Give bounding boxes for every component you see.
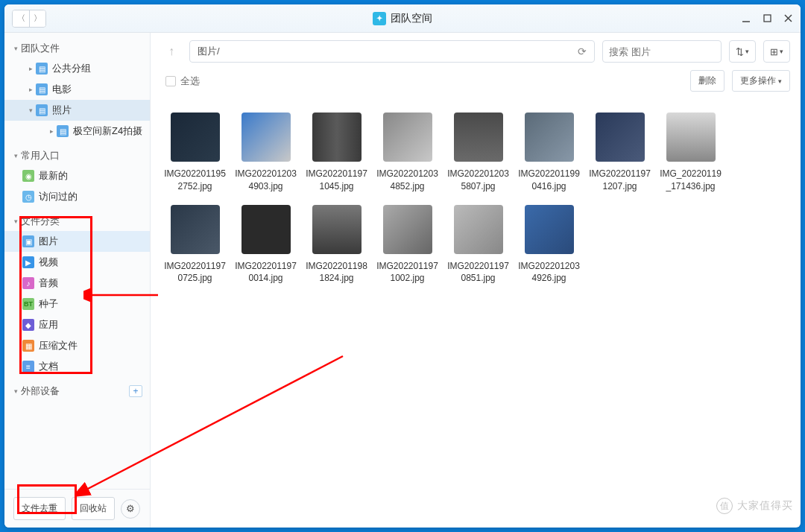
- tree-header-frequent[interactable]: ▾ 常用入口: [4, 146, 150, 165]
- file-name: IMG_20220119_171436.jpg: [660, 168, 722, 193]
- tree-item-newest[interactable]: ◉ 最新的: [4, 165, 150, 186]
- tree-header-label: 文件分类: [21, 215, 60, 228]
- tree-item-label: 最新的: [39, 169, 68, 183]
- file-item[interactable]: IMG2022012034926.jpg: [515, 202, 583, 288]
- dedup-button[interactable]: 文件去重: [13, 497, 66, 520]
- file-item[interactable]: IMG2022011971045.jpg: [303, 110, 370, 196]
- file-name: IMG2022011971002.jpg: [376, 260, 438, 285]
- svg-rect-1: [764, 15, 771, 22]
- file-item[interactable]: IMG2022011990416.jpg: [515, 110, 583, 196]
- tree-header-team-files[interactable]: ▾ 团队文件: [4, 39, 150, 58]
- more-actions-button[interactable]: 更多操作 ▾: [732, 70, 790, 92]
- select-all-checkbox[interactable]: [165, 76, 176, 86]
- tree-item-label: 照片: [52, 104, 72, 117]
- up-button[interactable]: ↑: [161, 41, 182, 62]
- nav-forward-button[interactable]: 〉: [29, 10, 45, 27]
- file-name: IMG2022011970725.jpg: [164, 260, 226, 285]
- file-item[interactable]: IMG2022012034852.jpg: [373, 110, 441, 196]
- caret-right-icon: ▸: [48, 127, 55, 135]
- minimize-button[interactable]: [741, 13, 751, 24]
- file-thumbnail: [312, 113, 362, 162]
- refresh-icon[interactable]: ⟳: [578, 45, 587, 57]
- team-space-icon: ✦: [373, 12, 386, 25]
- file-item[interactable]: IMG2022011971207.jpg: [586, 110, 654, 196]
- tree-item-label: 访问过的: [39, 190, 78, 203]
- tree-item-video[interactable]: ▶ 视频: [4, 252, 150, 273]
- file-thumbnail: [454, 205, 503, 254]
- maximize-button[interactable]: [762, 13, 772, 24]
- sort-button[interactable]: ⇅▾: [729, 40, 756, 63]
- close-button[interactable]: [783, 13, 793, 24]
- nav-back-button[interactable]: 〈: [13, 10, 29, 27]
- tree-item-audio[interactable]: ♪ 音频: [4, 273, 150, 294]
- tree-item-label: 图片: [39, 235, 58, 248]
- tree-item-photos[interactable]: ▾ ▤ 照片: [4, 100, 150, 121]
- file-item[interactable]: IMG_20220119_171436.jpg: [657, 110, 724, 196]
- sidebar-footer: 文件去重 回收站 ⚙: [4, 489, 150, 528]
- caret-down-icon: ▾: [12, 387, 19, 395]
- main-panel: ↑ 图片/ ⟳ 🔍 ⇅▾ ⊞▾ 全选: [151, 33, 801, 528]
- file-name: IMG2022011971207.jpg: [589, 168, 651, 193]
- photo-icon: ◉: [22, 170, 34, 182]
- recycle-button[interactable]: 回收站: [72, 497, 115, 520]
- tree-item-public-group[interactable]: ▸ ▤ 公共分组: [4, 58, 150, 79]
- tree-item-z4-shots[interactable]: ▸ ▤ 极空间新Z4拍摄: [4, 121, 150, 142]
- file-name: IMG2022011981824.jpg: [306, 260, 367, 285]
- file-thumbnail: [171, 113, 220, 162]
- file-item[interactable]: IMG2022011970014.jpg: [232, 202, 300, 288]
- video-icon: ▶: [22, 256, 34, 268]
- delete-button[interactable]: 删除: [690, 70, 724, 92]
- file-item[interactable]: IMG2022011971002.jpg: [373, 202, 441, 288]
- tree-item-apps[interactable]: ◆ 应用: [4, 314, 150, 335]
- tree-item-docs[interactable]: ≡ 文档: [4, 356, 150, 377]
- torrent-icon: BT: [22, 298, 34, 310]
- tree-item-images[interactable]: ▣ 图片: [4, 231, 150, 252]
- file-item[interactable]: IMG2022011970851.jpg: [444, 202, 512, 288]
- titlebar: 〈 〉 ✦ 团队空间: [4, 4, 801, 33]
- path-text: 图片/: [198, 45, 220, 58]
- chevron-down-icon: ▾: [778, 77, 782, 85]
- tree-header-external[interactable]: ▾ 外部设备 +: [4, 381, 150, 401]
- tree-item-visited[interactable]: ◷ 访问过的: [4, 186, 150, 207]
- sidebar: ▾ 团队文件 ▸ ▤ 公共分组 ▸ ▤ 电影 ▾ ▤: [4, 33, 151, 528]
- caret-down-icon: ▾: [12, 218, 19, 225]
- file-thumbnail: [525, 205, 574, 254]
- tree-item-label: 压缩文件: [39, 339, 78, 352]
- file-item[interactable]: IMG2022011952752.jpg: [161, 110, 229, 196]
- file-thumbnail: [312, 205, 362, 254]
- tree-header-categories[interactable]: ▾ 文件分类: [4, 212, 150, 231]
- file-name: IMG2022011970851.jpg: [447, 260, 509, 285]
- file-thumbnail: [171, 205, 220, 254]
- tree-item-label: 种子: [39, 297, 58, 311]
- tree-item-archives[interactable]: ▦ 压缩文件: [4, 335, 150, 356]
- folder-icon: ▤: [36, 104, 48, 116]
- file-item[interactable]: IMG2022011970725.jpg: [161, 202, 229, 288]
- file-name: IMG2022012034852.jpg: [376, 168, 438, 193]
- file-item[interactable]: IMG2022012034903.jpg: [232, 110, 300, 196]
- tree-item-torrent[interactable]: BT 种子: [4, 294, 150, 314]
- file-item[interactable]: IMG2022012035807.jpg: [444, 110, 512, 196]
- file-item[interactable]: IMG2022011981824.jpg: [303, 202, 370, 288]
- tree-header-label: 外部设备: [21, 384, 60, 398]
- toolbar: ↑ 图片/ ⟳ 🔍 ⇅▾ ⊞▾: [151, 33, 801, 70]
- settings-button[interactable]: ⚙: [121, 499, 140, 519]
- tree-item-label: 公共分组: [52, 62, 91, 75]
- document-icon: ≡: [22, 361, 34, 373]
- sort-icon: ⇅: [736, 46, 744, 57]
- search-input[interactable]: [609, 46, 734, 57]
- nav-group: 〈 〉: [12, 10, 46, 28]
- tree-item-label: 音频: [39, 276, 58, 290]
- tree-item-movies[interactable]: ▸ ▤ 电影: [4, 79, 150, 100]
- app-icon: ◆: [22, 319, 34, 331]
- file-thumbnail: [454, 113, 503, 162]
- view-button[interactable]: ⊞▾: [763, 40, 790, 63]
- path-box[interactable]: 图片/ ⟳: [189, 40, 595, 63]
- caret-down-icon: ▾: [12, 152, 19, 159]
- add-device-button[interactable]: +: [129, 385, 142, 397]
- watermark-text: 大家值得买: [737, 499, 793, 513]
- file-name: IMG2022011971045.jpg: [306, 168, 367, 193]
- file-thumbnail: [525, 113, 574, 162]
- file-name: IMG2022012034903.jpg: [235, 168, 297, 193]
- select-all-label[interactable]: 全选: [180, 75, 200, 88]
- archive-icon: ▦: [22, 340, 34, 352]
